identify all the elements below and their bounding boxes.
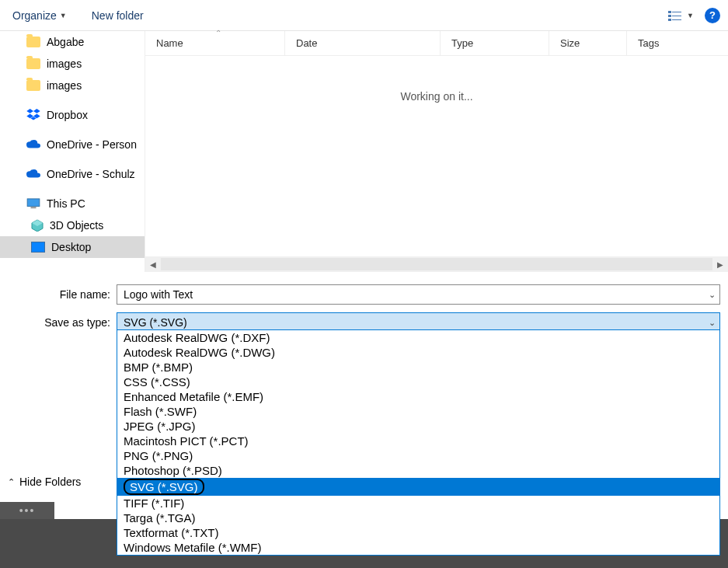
scroll-right-icon[interactable]: ▶ [712,260,728,269]
type-option[interactable]: CSS (*.CSS) [117,375,719,389]
sidebar-item-label: This PC [47,197,85,210]
saveas-type-dropdown[interactable]: Autodesk RealDWG (*.DXF)Autodesk RealDWG… [117,329,720,556]
hide-folders-button[interactable]: ⌃ Hide Folders [8,476,81,488]
saveas-type-value: SVG (*.SVG) [124,316,187,329]
view-options-button[interactable]: ▼ [668,10,694,21]
sidebar-item-label: images [47,57,82,70]
new-folder-label: New folder [92,9,144,22]
sidebar-item-onedrive[interactable]: OneDrive - Person [0,134,145,155]
folder-icon [26,37,40,47]
filename-label: File name: [8,288,117,301]
type-option[interactable]: Enhanced Metafile (*.EMF) [117,389,719,404]
organize-label: Organize [12,9,57,22]
body-area: Abgabe images images Dropbox OneDrive - … [0,31,728,272]
sidebar-item-folder[interactable]: images [0,75,145,96]
column-header-date[interactable]: Date [285,31,441,55]
sidebar-item-label: 3D Objects [50,219,103,232]
chevron-up-icon: ⌃ [8,477,15,487]
scroll-left-icon[interactable]: ◀ [145,260,161,269]
cloud-icon [26,169,40,179]
horizontal-scrollbar[interactable]: ◀ ▶ [145,256,728,272]
help-icon[interactable]: ? [705,8,720,23]
type-option[interactable]: PNG (*.PNG) [117,448,719,463]
cube-icon [31,219,44,232]
sidebar-item-label: Abgabe [47,36,84,48]
desktop-icon [31,242,45,253]
dropbox-icon [26,109,40,121]
sidebar-item-folder[interactable]: images [0,53,145,75]
pc-icon [26,198,40,209]
type-option[interactable]: Flash (*.SWF) [117,404,719,419]
sidebar-item-label: OneDrive - Schulz [47,168,135,180]
sidebar-item-label: images [47,79,82,92]
column-headers: Name Date Type Size Tags [145,31,728,56]
sidebar-item-label: OneDrive - Person [47,138,137,151]
column-header-type[interactable]: Type [441,31,549,55]
folder-icon [26,58,40,69]
sidebar-item-desktop[interactable]: Desktop [0,236,145,258]
background-tab: ••• [0,502,54,519]
sidebar-item-this-pc[interactable]: This PC [0,193,145,214]
hide-folders-label: Hide Folders [19,476,81,488]
organize-button[interactable]: Organize ▼ [8,6,71,25]
filename-input[interactable] [117,284,720,305]
scroll-track[interactable] [161,258,712,270]
folder-icon [26,80,40,91]
svg-rect-6 [27,199,40,207]
sidebar-item-3d-objects[interactable]: 3D Objects [0,214,145,236]
type-option[interactable]: Macintosh PICT (*.PCT) [117,434,719,448]
type-option[interactable]: Autodesk RealDWG (*.DXF) [117,330,719,345]
type-option[interactable]: BMP (*.BMP) [117,360,719,375]
type-option[interactable]: Autodesk RealDWG (*.DWG) [117,345,719,360]
column-header-tags[interactable]: Tags [627,31,728,55]
svg-rect-0 [668,11,671,13]
saveas-label: Save as type: [8,316,117,329]
svg-rect-7 [31,207,37,208]
new-folder-button[interactable]: New folder [87,6,148,25]
svg-rect-2 [668,15,671,17]
loading-status: Working on it... [145,90,728,103]
svg-rect-1 [672,12,681,12]
sidebar-item-dropbox[interactable]: Dropbox [0,104,145,126]
sidebar-item-folder[interactable]: Abgabe [0,31,145,53]
svg-rect-5 [672,19,681,20]
column-header-size[interactable]: Size [549,31,627,55]
type-option[interactable]: TIFF (*.TIF) [117,496,719,511]
sort-asc-icon: ⌃ [215,29,221,37]
svg-rect-3 [672,16,681,16]
type-option[interactable]: Textformat (*.TXT) [117,525,719,540]
caret-down-icon: ▼ [687,12,694,19]
ellipsis-icon: ••• [19,504,36,517]
save-form: File name: ⌄ Save as type: SVG (*.SVG) ⌄ [0,272,728,333]
sidebar-item-label: Dropbox [47,109,88,121]
toolbar: Organize ▼ New folder ▼ ? [0,0,728,31]
file-list-pane: ⌃ Name Date Type Size Tags Working on it… [145,31,728,272]
type-option[interactable]: Photoshop (*.PSD) [117,463,719,478]
view-list-icon [668,10,682,21]
type-option[interactable]: JPEG (*.JPG) [117,419,719,434]
caret-down-icon: ▼ [60,12,67,19]
navigation-sidebar[interactable]: Abgabe images images Dropbox OneDrive - … [0,31,145,272]
sidebar-item-label: Desktop [51,241,91,253]
type-option[interactable]: Windows Metafile (*.WMF) [117,540,719,555]
cloud-icon [26,140,40,149]
type-option[interactable]: Targa (*.TGA) [117,511,719,525]
type-option[interactable]: SVG (*.SVG) [117,478,719,496]
svg-rect-4 [668,19,671,21]
sidebar-item-onedrive[interactable]: OneDrive - Schulz [0,163,145,185]
